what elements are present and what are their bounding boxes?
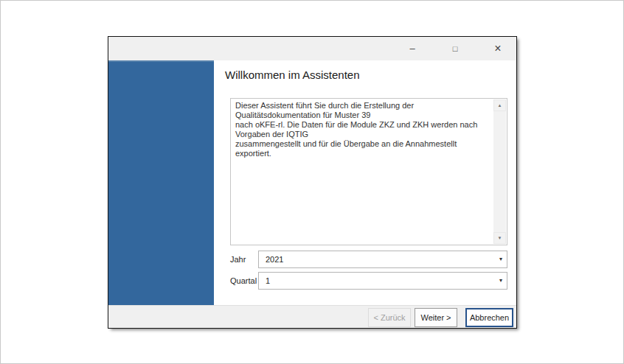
description-text: Dieser Assistent führt Sie durch die Ers… — [231, 99, 493, 245]
minimize-icon[interactable]: – — [407, 43, 417, 54]
description-textbox[interactable]: Dieser Assistent führt Sie durch die Ers… — [230, 98, 507, 245]
description-line: zusammengestellt und für die Übergabe an… — [235, 139, 490, 158]
titlebar: – □ × — [108, 37, 516, 60]
wizard-dialog-window: – □ × Willkommen im Assistenten Dieser A… — [108, 36, 517, 329]
wizard-sidebar-banner — [108, 60, 214, 305]
chevron-down-icon[interactable]: ▾ — [499, 278, 502, 284]
next-button[interactable]: Weiter > — [415, 308, 457, 327]
chevron-down-icon[interactable]: ▾ — [499, 256, 502, 262]
scrollbar-up-icon[interactable]: ▲ — [493, 99, 506, 111]
vertical-scrollbar[interactable]: ▲ ▼ — [493, 99, 506, 244]
maximize-icon[interactable]: □ — [450, 43, 460, 54]
page-title: Willkommen im Assistenten — [225, 69, 360, 81]
wizard-body: Willkommen im Assistenten Dieser Assiste… — [108, 60, 516, 305]
quartal-selected-value: 1 — [266, 276, 499, 285]
wizard-button-bar: < Zurück Weiter > Abbrechen — [108, 305, 516, 328]
description-line: Dieser Assistent führt Sie durch die Ers… — [235, 101, 490, 120]
description-line: nach oKFE-rl. Die Daten für die Module Z… — [235, 120, 490, 139]
jahr-combobox[interactable]: 2021 ▾ — [258, 251, 507, 268]
jahr-selected-value: 2021 — [266, 255, 499, 264]
close-icon[interactable]: × — [493, 43, 503, 54]
quartal-combobox[interactable]: 1 ▾ — [258, 272, 507, 290]
cancel-button[interactable]: Abbrechen — [465, 308, 513, 327]
back-button[interactable]: < Zurück — [368, 308, 411, 327]
screenshot-canvas: – □ × Willkommen im Assistenten Dieser A… — [0, 0, 624, 364]
wizard-content: Willkommen im Assistenten Dieser Assiste… — [214, 60, 516, 305]
scrollbar-down-icon[interactable]: ▼ — [493, 232, 506, 244]
